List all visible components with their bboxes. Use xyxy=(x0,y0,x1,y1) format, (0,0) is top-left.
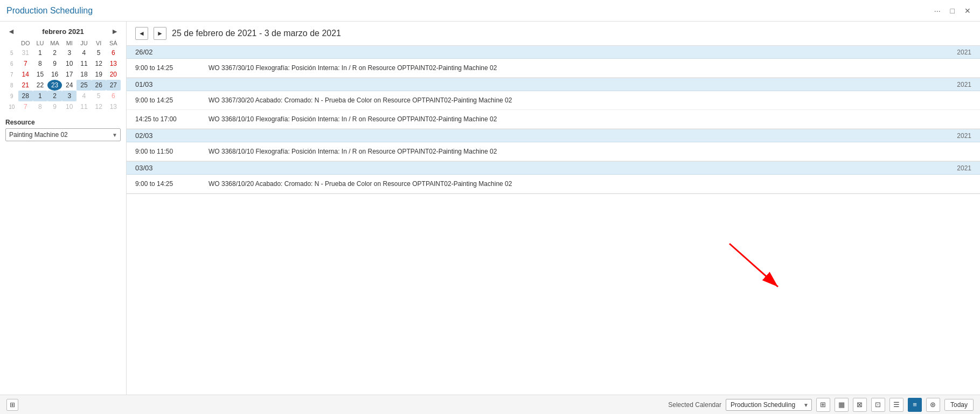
calendar-day[interactable]: 11 xyxy=(77,101,91,112)
toolbar-btn-6[interactable]: ≡ xyxy=(908,398,922,412)
calendar-day[interactable]: 12 xyxy=(92,58,106,69)
calendar-day[interactable]: 6 xyxy=(106,91,121,101)
calendar-day[interactable]: 20 xyxy=(106,69,121,80)
calendar-day[interactable]: 26 xyxy=(92,80,106,91)
schedule-description: WO 3368/10/10 Flexografía: Posición Inte… xyxy=(208,148,497,155)
toolbar-btn-7[interactable]: ⊛ xyxy=(926,398,940,412)
day-label: 01/03 xyxy=(135,80,153,88)
empty-area xyxy=(127,194,980,329)
col-lu: LU xyxy=(33,39,47,47)
col-mi: MI xyxy=(62,39,77,47)
toolbar-btn-4[interactable]: ⊡ xyxy=(871,398,885,412)
calendar-day[interactable]: 4 xyxy=(77,91,91,101)
toolbar-btn-5[interactable]: ☰ xyxy=(889,398,903,412)
calendar-day[interactable]: 7 xyxy=(18,58,33,69)
more-options-icon[interactable]: ··· xyxy=(932,5,943,16)
calendar-day[interactable]: 3 xyxy=(62,47,77,58)
calendar-prev-button[interactable]: ◄ xyxy=(5,27,17,36)
calendar-day[interactable]: 1 xyxy=(33,47,47,58)
resource-select-wrapper[interactable]: Painting Machine 02 xyxy=(5,128,121,141)
calendar-day[interactable]: 24 xyxy=(62,80,77,91)
calendar-day[interactable]: 2 xyxy=(47,91,62,101)
schedule-item[interactable]: 9:00 to 11:50WO 3368/10/10 Flexografía: … xyxy=(127,142,980,161)
main-layout: ◄ febrero 2021 ► DO LU MA MI JU VI SÁ xyxy=(0,22,980,395)
calendar-day[interactable]: 3 xyxy=(62,91,77,101)
col-ju: JU xyxy=(77,39,91,47)
status-right: Selected Calendar Production Scheduling … xyxy=(668,398,974,412)
calendar-day[interactable]: 12 xyxy=(92,101,106,112)
schedule-next-button[interactable]: ► xyxy=(154,27,166,40)
calendar-day[interactable]: 18 xyxy=(77,69,91,80)
calendar-day[interactable]: 13 xyxy=(106,58,121,69)
week-number: 10 xyxy=(5,101,18,112)
today-button[interactable]: Today xyxy=(944,399,974,411)
calendar-day[interactable]: 19 xyxy=(92,69,106,80)
schedule-item[interactable]: 14:25 to 17:00WO 3368/10/10 Flexografía:… xyxy=(127,110,980,129)
toolbar-btn-3[interactable]: ⊠ xyxy=(853,398,867,412)
calendar-day[interactable]: 1 xyxy=(33,91,47,101)
calendar-day[interactable]: 11 xyxy=(77,58,91,69)
schedule-prev-button[interactable]: ◄ xyxy=(135,27,148,40)
calendar-day[interactable]: 27 xyxy=(106,80,121,91)
selected-calendar-label: Selected Calendar xyxy=(668,401,721,409)
calendar-day[interactable]: 8 xyxy=(33,101,47,112)
schedule-days: 26/0220219:00 to 14:25WO 3367/30/10 Flex… xyxy=(127,46,980,194)
schedule-item[interactable]: 9:00 to 14:25WO 3367/30/10 Flexografía: … xyxy=(127,59,980,78)
schedule-content[interactable]: 26/0220219:00 to 14:25WO 3367/30/10 Flex… xyxy=(127,46,980,395)
schedule-description: WO 3368/10/10 Flexografía: Posición Inte… xyxy=(208,115,497,123)
calendar-day[interactable]: 21 xyxy=(18,80,33,91)
week-number: 7 xyxy=(5,69,18,80)
calendar-day[interactable]: 10 xyxy=(62,101,77,112)
toolbar-btn-1[interactable]: ⊞ xyxy=(816,398,830,412)
calendar-day[interactable]: 2 xyxy=(47,47,62,58)
day-header: 01/032021 xyxy=(127,78,980,91)
calendar-day[interactable]: 17 xyxy=(62,69,77,80)
col-vi: VI xyxy=(92,39,106,47)
status-left-icon[interactable]: ⊞ xyxy=(6,399,18,411)
calendar-day[interactable]: 9 xyxy=(47,101,62,112)
calendar-day[interactable]: 5 xyxy=(92,47,106,58)
calendar-day[interactable]: 4 xyxy=(77,47,91,58)
calendar-next-button[interactable]: ► xyxy=(109,27,121,36)
status-left: ⊞ xyxy=(6,399,18,411)
day-section: 02/0320219:00 to 11:50WO 3368/10/10 Flex… xyxy=(127,129,980,162)
calendar-month-year: febrero 2021 xyxy=(42,27,84,36)
close-icon[interactable]: ✕ xyxy=(962,5,974,16)
calendar-day[interactable]: 16 xyxy=(47,69,62,80)
schedule-item[interactable]: 9:00 to 14:25WO 3368/10/20 Acabado: Crom… xyxy=(127,175,980,194)
calendar-day[interactable]: 25 xyxy=(77,80,91,91)
resource-label: Resource xyxy=(5,119,121,126)
day-label: 26/02 xyxy=(135,48,153,56)
resource-select[interactable]: Painting Machine 02 xyxy=(5,128,121,141)
calendar-day[interactable]: 6 xyxy=(106,47,121,58)
week-number: 9 xyxy=(5,91,18,101)
calendar-day[interactable]: 7 xyxy=(18,101,33,112)
schedule-time: 9:00 to 14:25 xyxy=(135,96,200,104)
calendar-day[interactable]: 13 xyxy=(106,101,121,112)
calendar-day[interactable]: 14 xyxy=(18,69,33,80)
calendar-day[interactable]: 22 xyxy=(33,80,47,91)
calendar-day[interactable]: 9 xyxy=(47,58,62,69)
calendar-day[interactable]: 28 xyxy=(18,91,33,101)
day-section: 01/0320219:00 to 14:25WO 3367/30/20 Acab… xyxy=(127,78,980,129)
window-controls[interactable]: ··· □ ✕ xyxy=(932,5,974,16)
week-number: 5 xyxy=(5,47,18,58)
toolbar-btn-2[interactable]: ▦ xyxy=(835,398,849,412)
schedule-header: ◄ ► 25 de febrero de 2021 - 3 de marzo d… xyxy=(127,22,980,46)
calendar-day[interactable]: 8 xyxy=(33,58,47,69)
day-header: 02/032021 xyxy=(127,129,980,142)
day-header: 26/022021 xyxy=(127,46,980,59)
schedule-item[interactable]: 9:00 to 14:25WO 3367/30/20 Acabado: Crom… xyxy=(127,91,980,110)
calendar-day[interactable]: 23 xyxy=(47,80,62,91)
calendar-day[interactable]: 10 xyxy=(62,58,77,69)
calendar-dropdown-wrapper[interactable]: Production Scheduling xyxy=(726,399,812,411)
schedule-description: WO 3368/10/20 Acabado: Cromado: N - Prue… xyxy=(208,180,512,188)
calendar-select[interactable]: Production Scheduling xyxy=(726,399,812,411)
calendar-day[interactable]: 15 xyxy=(33,69,47,80)
status-bar: ⊞ Selected Calendar Production Schedulin… xyxy=(0,395,980,414)
calendar-day[interactable]: 31 xyxy=(18,47,33,58)
right-content: ◄ ► 25 de febrero de 2021 - 3 de marzo d… xyxy=(127,22,980,395)
calendar-day[interactable]: 5 xyxy=(92,91,106,101)
maximize-icon[interactable]: □ xyxy=(948,5,957,16)
week-num-header xyxy=(5,39,18,47)
